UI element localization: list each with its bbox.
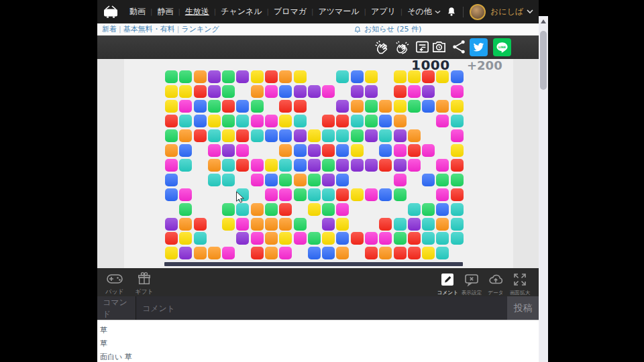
block[interactable]: [451, 100, 464, 113]
scrollbar-up-arrow[interactable]: [541, 19, 546, 23]
block[interactable]: [351, 129, 364, 142]
block[interactable]: [265, 115, 278, 127]
game-board[interactable]: [165, 70, 465, 262]
twitter-share-button[interactable]: [470, 38, 488, 56]
block[interactable]: [222, 247, 235, 259]
block[interactable]: [222, 218, 235, 231]
block[interactable]: [279, 174, 292, 186]
block[interactable]: [336, 188, 349, 201]
block[interactable]: [422, 203, 435, 216]
nav-item-live[interactable]: 生放送: [180, 6, 214, 17]
block[interactable]: [179, 203, 192, 216]
block[interactable]: [451, 203, 464, 216]
block[interactable]: [322, 232, 335, 245]
block[interactable]: [451, 188, 464, 201]
display-settings-button[interactable]: 表示設定: [460, 272, 484, 297]
block[interactable]: [336, 159, 349, 172]
block[interactable]: [294, 129, 307, 142]
block[interactable]: [451, 218, 464, 231]
block[interactable]: [251, 159, 264, 172]
block[interactable]: [165, 188, 178, 201]
block[interactable]: [236, 232, 249, 245]
block[interactable]: [436, 115, 449, 127]
block[interactable]: [208, 129, 221, 142]
block[interactable]: [379, 218, 392, 231]
block[interactable]: [322, 174, 335, 186]
notification-bell-icon[interactable]: [446, 6, 457, 17]
block[interactable]: [436, 159, 449, 172]
data-button[interactable]: データ: [484, 272, 508, 297]
block[interactable]: [394, 218, 407, 231]
user-avatar[interactable]: [470, 4, 486, 20]
block[interactable]: [179, 188, 192, 201]
block[interactable]: [379, 188, 392, 201]
block[interactable]: [308, 188, 321, 201]
nav-item-channel[interactable]: チャンネル: [216, 6, 266, 17]
block[interactable]: [279, 115, 292, 127]
block[interactable]: [194, 70, 207, 83]
block[interactable]: [365, 129, 378, 142]
block[interactable]: [308, 144, 321, 157]
block[interactable]: [451, 70, 464, 83]
block[interactable]: [194, 218, 207, 231]
block[interactable]: [408, 247, 421, 259]
block[interactable]: [294, 218, 307, 231]
page-scrollbar[interactable]: [539, 0, 548, 362]
block[interactable]: [279, 203, 292, 216]
block[interactable]: [294, 232, 307, 245]
nav-item-other[interactable]: その他: [402, 6, 445, 17]
block[interactable]: [336, 144, 349, 157]
block[interactable]: [379, 100, 392, 113]
block[interactable]: [165, 70, 178, 83]
block[interactable]: [394, 159, 407, 172]
block[interactable]: [336, 218, 349, 231]
block[interactable]: [336, 115, 349, 127]
block[interactable]: [279, 247, 292, 259]
block[interactable]: [308, 247, 321, 259]
block[interactable]: [251, 232, 264, 245]
block[interactable]: [222, 203, 235, 216]
block[interactable]: [265, 129, 278, 142]
comment-toggle-button[interactable]: コメント: [435, 272, 460, 297]
gift-button[interactable]: ギフト: [129, 272, 159, 296]
block[interactable]: [251, 218, 264, 231]
block[interactable]: [394, 85, 407, 98]
block[interactable]: [208, 100, 221, 113]
block[interactable]: [279, 159, 292, 172]
block[interactable]: [394, 174, 407, 186]
block[interactable]: [294, 144, 307, 157]
block[interactable]: [322, 247, 335, 259]
nav-item-video[interactable]: 動画: [125, 6, 150, 17]
block[interactable]: [394, 115, 407, 127]
share-icon[interactable]: [451, 39, 467, 55]
block[interactable]: [422, 144, 435, 157]
block[interactable]: [165, 218, 178, 231]
block[interactable]: [265, 174, 278, 186]
block[interactable]: [308, 85, 321, 98]
block[interactable]: [208, 144, 221, 157]
block[interactable]: [294, 174, 307, 186]
block[interactable]: [208, 85, 221, 98]
block[interactable]: [436, 247, 449, 259]
command-field[interactable]: コマンド: [97, 296, 136, 320]
username[interactable]: おにしば: [490, 6, 523, 17]
block[interactable]: [265, 70, 278, 83]
block[interactable]: [265, 159, 278, 172]
block[interactable]: [322, 85, 335, 98]
block[interactable]: [194, 85, 207, 98]
block[interactable]: [179, 115, 192, 127]
notice-link[interactable]: お知らせ (25 件): [354, 23, 421, 36]
block[interactable]: [365, 159, 378, 172]
block[interactable]: [179, 144, 192, 157]
block[interactable]: [236, 100, 249, 113]
cheer-hand-icon[interactable]: [374, 39, 390, 56]
block[interactable]: [408, 129, 421, 142]
block[interactable]: [365, 115, 378, 127]
block[interactable]: [336, 129, 349, 142]
nav-item-atsumaru[interactable]: アツマール: [313, 6, 364, 17]
block[interactable]: [222, 70, 235, 83]
block[interactable]: [251, 115, 264, 127]
block[interactable]: [179, 129, 192, 142]
block[interactable]: [322, 144, 335, 157]
block[interactable]: [208, 70, 221, 83]
